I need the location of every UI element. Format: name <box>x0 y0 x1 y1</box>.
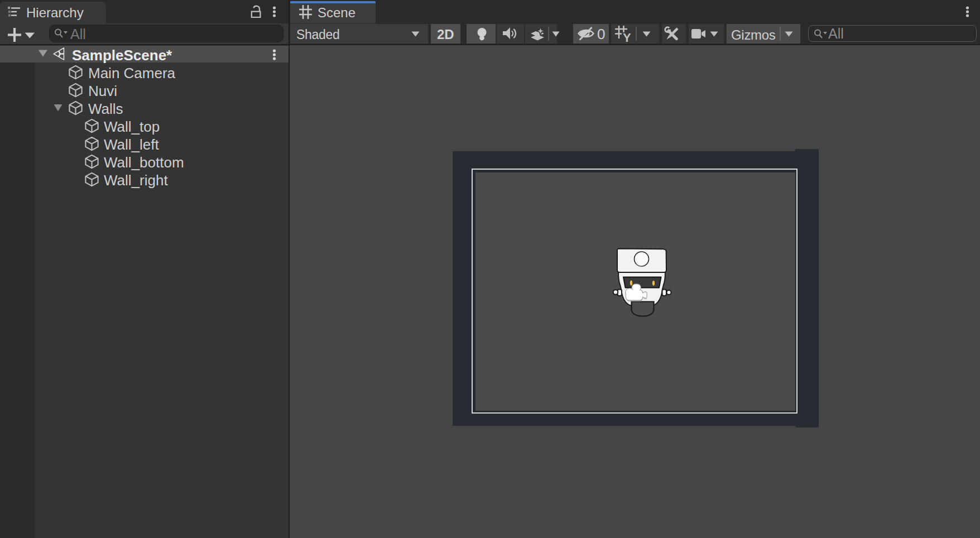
svg-text:Y: Y <box>623 31 631 42</box>
